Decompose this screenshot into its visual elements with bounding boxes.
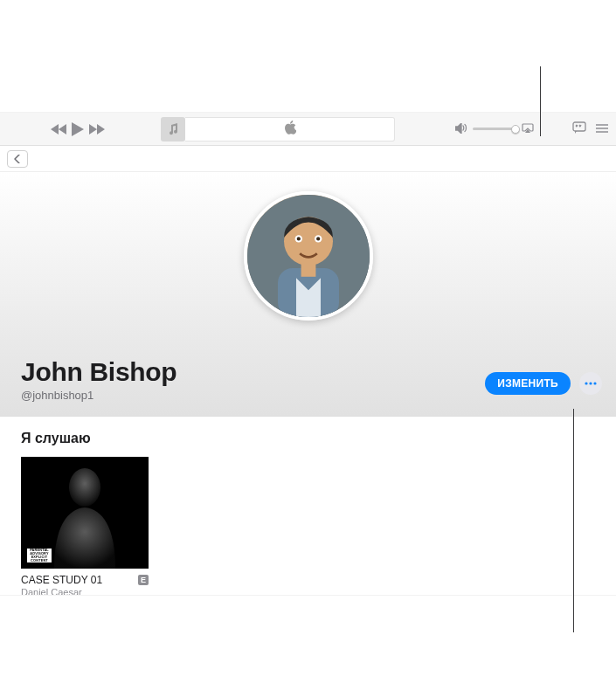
- previous-track-button[interactable]: [51, 124, 66, 135]
- music-note-icon: [161, 117, 185, 141]
- profile-meta: John Bishop @johnbishop1: [21, 357, 176, 402]
- queue-icon[interactable]: [595, 121, 609, 137]
- now-playing-group: [161, 117, 395, 141]
- profile-actions: ИЗМЕНИТЬ: [485, 372, 602, 395]
- album-title: CASE STUDY 01: [21, 574, 102, 586]
- right-toolbar: [572, 121, 609, 137]
- apple-logo-icon: [284, 121, 296, 138]
- profile-handle: @johnbishop1: [21, 389, 176, 402]
- parental-advisory-text: PARENTAL ADVISORY EXPLICIT CONTENT: [27, 549, 52, 563]
- back-button[interactable]: [7, 150, 28, 168]
- listening-section-title: Я слушаю: [21, 431, 595, 446]
- album-artwork[interactable]: PARENTAL ADVISORY EXPLICIT CONTENT: [21, 457, 149, 569]
- profile-name: John Bishop: [21, 357, 176, 387]
- playback-controls: [51, 122, 105, 136]
- ellipsis-icon: [585, 382, 597, 385]
- navigation-bar: [0, 146, 616, 172]
- svg-point-10: [296, 237, 300, 240]
- next-track-button[interactable]: [89, 124, 105, 135]
- svg-rect-7: [301, 262, 315, 277]
- lcd-display: [185, 117, 395, 141]
- album-tile[interactable]: PARENTAL ADVISORY EXPLICIT CONTENT CASE …: [21, 457, 149, 595]
- music-app-window: John Bishop @johnbishop1 ИЗМЕНИТЬ Я слуш…: [0, 113, 616, 595]
- profile-content: Я слушаю PARENTAL ADVISORY EXPLICIT CONT…: [0, 417, 616, 595]
- top-toolbar: [0, 113, 616, 146]
- edit-profile-button[interactable]: ИЗМЕНИТЬ: [485, 372, 571, 395]
- volume-slider[interactable]: [473, 128, 516, 130]
- svg-point-11: [316, 237, 320, 240]
- explicit-badge: E: [138, 575, 149, 585]
- svg-point-15: [69, 468, 100, 507]
- airplay-icon[interactable]: [522, 121, 534, 137]
- lyrics-icon[interactable]: [572, 121, 586, 137]
- svg-point-13: [589, 382, 592, 384]
- parental-advisory-badge: PARENTAL ADVISORY EXPLICIT CONTENT: [26, 548, 52, 563]
- callout-line: [540, 66, 541, 136]
- volume-control[interactable]: [455, 121, 534, 137]
- more-options-button[interactable]: [579, 372, 602, 395]
- play-button[interactable]: [72, 122, 84, 136]
- profile-header: John Bishop @johnbishop1 ИЗМЕНИТЬ: [0, 172, 616, 417]
- svg-point-12: [585, 382, 587, 384]
- volume-icon: [455, 121, 467, 137]
- callout-line: [573, 409, 574, 632]
- svg-point-14: [593, 382, 596, 384]
- profile-avatar[interactable]: [244, 191, 373, 321]
- album-artist: Daniel Caesar: [21, 587, 149, 595]
- volume-thumb[interactable]: [511, 125, 520, 134]
